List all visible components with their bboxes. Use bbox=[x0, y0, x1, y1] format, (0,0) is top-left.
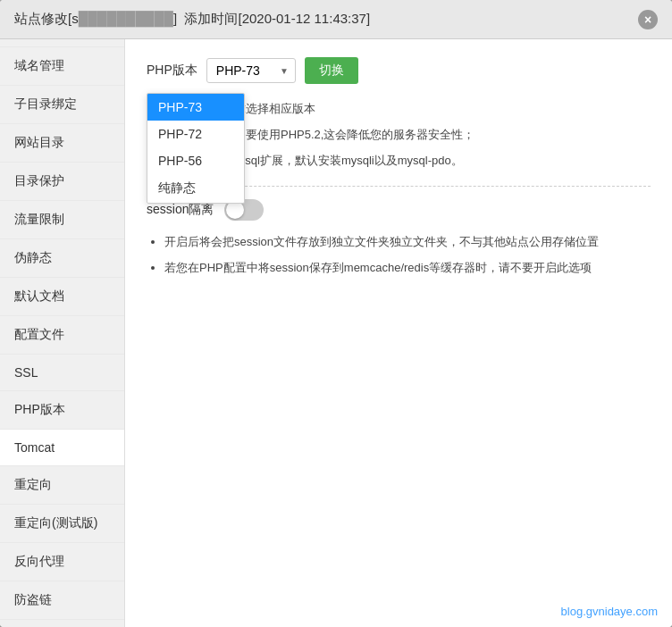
sidebar-item-hotlink[interactable]: 防盗链 bbox=[0, 581, 124, 620]
sidebar-item-domain[interactable]: 域名管理 bbox=[0, 47, 124, 86]
php-version-row: PHP版本 PHP-73PHP-72PHP-56纯静态 ▼ 切换 bbox=[147, 57, 651, 84]
toggle-knob bbox=[226, 201, 244, 219]
sidebar-item-redirect_test[interactable]: 重定向(测试版) bbox=[0, 505, 124, 543]
session-hint-1: 开启后将会把session文件存放到独立文件夹独立文件夹，不与其他站点公用存储位… bbox=[164, 233, 651, 252]
session-label: session隔离 bbox=[147, 202, 214, 218]
sidebar-item-reverseproxy[interactable]: 反向代理 bbox=[0, 543, 124, 581]
watermark: blog.gvnidaye.com bbox=[561, 605, 658, 618]
modal-body: 域名管理子目录绑定网站目录目录保护流量限制伪静态默认文档配置文件SSLPHP版本… bbox=[0, 39, 672, 627]
session-hint-list: 开启后将会把session文件存放到独立文件夹独立文件夹，不与其他站点公用存储位… bbox=[147, 233, 651, 278]
modal-header: 站点修改[s██████████] 添加时间[2020-01-12 11:43:… bbox=[0, 0, 672, 39]
sidebar-item-tomcat[interactable]: Tomcat bbox=[0, 430, 124, 466]
sidebar-item-ssl[interactable]: SSL bbox=[0, 355, 124, 391]
dropdown-item-php-56[interactable]: PHP-56 bbox=[147, 147, 244, 174]
sidebar-item-traffic[interactable]: 流量限制 bbox=[0, 201, 124, 239]
switch-button[interactable]: 切换 bbox=[305, 57, 358, 84]
dropdown-overlay: PHP-73PHP-72PHP-56纯静态 bbox=[147, 93, 245, 204]
sidebar-item-sitedir[interactable]: 网站目录 bbox=[0, 124, 124, 163]
content-area: PHP版本 PHP-73PHP-72PHP-56纯静态 ▼ 切换 PHP-73P… bbox=[125, 39, 672, 627]
sidebar-nav-top-hint bbox=[0, 39, 124, 47]
sidebar-item-redirect[interactable]: 重定向 bbox=[0, 466, 124, 505]
sidebar: 域名管理子目录绑定网站目录目录保护流量限制伪静态默认文档配置文件SSLPHP版本… bbox=[0, 39, 125, 627]
sidebar-item-accesslog[interactable]: 响应日志 bbox=[0, 620, 124, 627]
sidebar-item-defaultdoc[interactable]: 默认文档 bbox=[0, 278, 124, 316]
dropdown-item-pure_static[interactable]: 纯静态 bbox=[147, 174, 244, 203]
php-version-select[interactable]: PHP-73PHP-72PHP-56纯静态 bbox=[206, 58, 296, 83]
modal-window: 站点修改[s██████████] 添加时间[2020-01-12 11:43:… bbox=[0, 0, 672, 627]
session-hint-2: 若您在PHP配置中将session保存到memcache/redis等缓存器时，… bbox=[164, 259, 651, 278]
dropdown-item-php-72[interactable]: PHP-72 bbox=[147, 121, 244, 147]
dropdown-item-php-73[interactable]: PHP-73 bbox=[147, 94, 244, 121]
sidebar-item-pseudo[interactable]: 伪静态 bbox=[0, 239, 124, 278]
sidebar-item-subdir[interactable]: 子目录绑定 bbox=[0, 86, 124, 124]
close-button[interactable]: × bbox=[638, 10, 658, 29]
dropdown-list: PHP-73PHP-72PHP-56纯静态 bbox=[147, 93, 245, 204]
modal-title: 站点修改[s██████████] 添加时间[2020-01-12 11:43:… bbox=[14, 11, 370, 28]
sidebar-item-dirprotect[interactable]: 目录保护 bbox=[0, 163, 124, 201]
sidebar-item-configfile[interactable]: 配置文件 bbox=[0, 316, 124, 355]
select-wrapper[interactable]: PHP-73PHP-72PHP-56纯静态 ▼ bbox=[206, 58, 296, 83]
sidebar-item-phpver[interactable]: PHP版本 bbox=[0, 391, 124, 430]
php-version-label: PHP版本 bbox=[147, 63, 197, 79]
